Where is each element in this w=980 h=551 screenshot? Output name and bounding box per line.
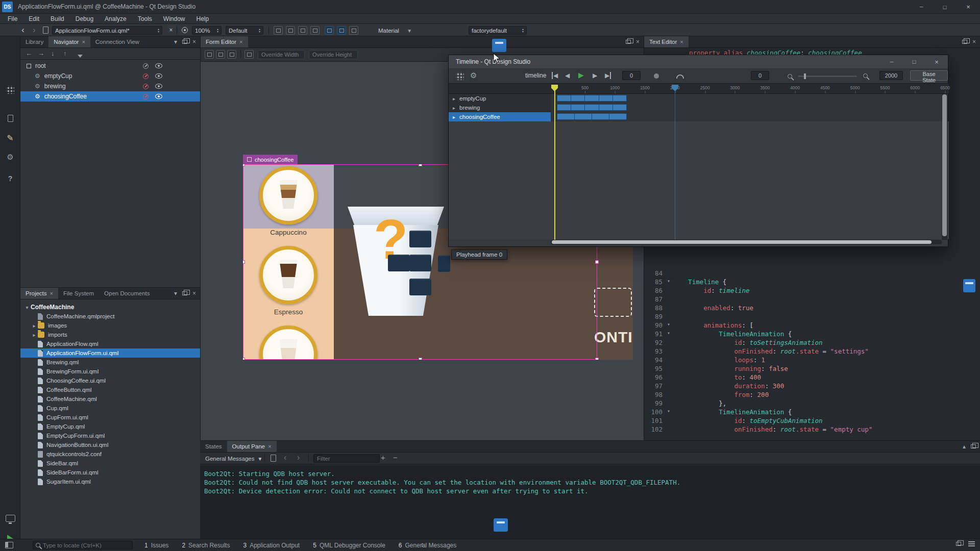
menu-help[interactable]: Help [191,14,215,24]
fold-marker-icon[interactable]: ▾ [665,408,673,417]
chevron-down-icon[interactable] [174,38,177,45]
play-icon[interactable]: ▶ [578,71,584,79]
timeline-settings-icon[interactable] [456,72,464,80]
fold-marker-icon[interactable]: ▾ [665,321,673,330]
minimize-icon[interactable] [880,55,903,68]
close-pane-icon[interactable] [972,38,976,45]
fold-marker-icon[interactable]: ▾ [665,330,673,339]
chevron-right-icon[interactable]: ▸ [453,114,455,120]
document-selector[interactable]: ApplicationFlowForm.ui.qml* [52,26,162,35]
code-line[interactable]: 96 to: 400 [644,373,973,382]
toggle-sidebar-icon[interactable] [5,542,13,548]
export-icon[interactable] [143,94,149,99]
zoom-select[interactable]: 100% [192,26,222,35]
bounding-rect-icon[interactable] [298,26,307,35]
file-item-brewing-qml[interactable]: Brewing.qml [20,358,200,367]
keyframe-segment[interactable] [571,95,585,101]
file-item-cupform-ui-qml[interactable]: CupForm.ui.qml [20,413,200,422]
file-item-choosingcoffee-ui-qml[interactable]: ChoosingCoffee.ui.qml [20,376,200,385]
keyframe-segment[interactable] [609,114,626,119]
forward-icon[interactable] [30,26,39,34]
code-line[interactable]: 95 running: false [644,365,973,373]
stepper-icon[interactable] [158,28,159,33]
splitter-handle[interactable] [494,518,508,532]
skip-to-end-icon[interactable]: ▶ [605,72,611,79]
keyframe-bar[interactable] [557,113,627,120]
code-line[interactable]: 93 onFinished: root.state = "settings" [644,347,973,356]
output-pane-button-1[interactable]: 1Issues [144,542,168,549]
menu-edit[interactable]: Edit [23,14,45,24]
resize-handle[interactable] [243,260,245,264]
resize-handle[interactable] [595,260,599,264]
timeline-ruler[interactable]: 5001000150020002500300035004000450050005… [449,84,949,94]
fold-marker-icon[interactable]: ▾ [665,278,673,287]
close-pane-icon[interactable] [192,290,196,297]
style-select[interactable]: Default [226,26,263,35]
output-pane-button-6[interactable]: 6General Messages [399,542,456,549]
chevron-right-icon[interactable]: ▸ [31,323,38,329]
move-up-icon[interactable] [63,49,67,57]
code-line[interactable]: 89 [644,313,973,321]
zoom-out-icon[interactable] [788,74,792,79]
file-item-navigationbutton-ui-qml[interactable]: NavigationButton.ui.qml [20,440,200,449]
material-select[interactable]: Material [375,26,414,35]
resize-handle[interactable] [419,358,422,360]
chevron-right-icon[interactable]: ▸ [453,105,455,111]
move-back-icon[interactable] [26,49,32,57]
tab-projects[interactable]: Projects× [20,288,58,299]
export-icon[interactable] [143,73,149,79]
live-preview-icon[interactable] [182,27,188,33]
code-line[interactable]: 85▾ Timeline { [644,278,973,287]
no-snapping-icon[interactable] [244,50,254,59]
zoom-slider-handle[interactable] [804,73,806,79]
navigator-item-choosingcoffee[interactable]: ⚙choosingCoffee [20,91,200,102]
code-line[interactable]: 88 enabled: true [644,304,973,313]
code-line[interactable]: 91▾ TimelineAnimation { [644,330,973,339]
file-item-imports[interactable]: ▸imports [20,330,200,339]
show-rulers-icon[interactable] [337,26,346,35]
code-line[interactable]: 101 id: toEmptyCubAnimation [644,417,973,425]
resize-handle[interactable] [419,164,422,166]
override-height-field[interactable] [309,50,358,59]
menu-window[interactable]: Window [158,14,191,24]
stepper-icon[interactable] [217,28,218,33]
tab-close-icon[interactable]: × [50,290,53,296]
navigator-item-brewing[interactable]: ⚙brewing [20,81,200,91]
end-frame-field[interactable]: 2000 [879,71,903,80]
help-icon[interactable] [0,170,20,187]
tab-close-icon[interactable]: × [239,39,242,45]
code-line[interactable]: 98 from: 200 [644,391,973,399]
code-lines[interactable]: 8485▾ Timeline {86 id: timeline8788 enab… [644,269,973,434]
snap-guides-icon[interactable] [286,26,295,35]
keyframe-bar[interactable] [557,95,627,102]
skip-to-start-icon[interactable]: ◀ [552,72,558,79]
menu-tools[interactable]: Tools [132,14,158,24]
back-icon[interactable] [18,26,28,34]
resize-tool-icon[interactable] [227,50,236,59]
menu-analyze[interactable]: Analyze [99,14,132,24]
close-document-icon[interactable] [166,26,176,34]
file-item-brewingform-ui-qml[interactable]: BrewingForm.ui.qml [20,367,200,376]
design-mode-icon[interactable] [0,129,20,146]
chevron-up-icon[interactable] [963,443,966,450]
locate-input[interactable] [43,542,125,548]
tab-navigator[interactable]: Navigator× [48,36,90,47]
menu-build[interactable]: Build [45,14,70,24]
file-item-cup-qml[interactable]: Cup.qml [20,404,200,413]
locate-field[interactable] [33,541,133,549]
zoom-in-icon[interactable] [863,73,868,78]
stepper-icon[interactable] [259,28,260,33]
tab-connection-view[interactable]: Connection View [90,36,144,47]
zoom-slider[interactable] [798,76,857,77]
float-pane-icon[interactable] [962,40,967,44]
output-pane-button-3[interactable]: 3Application Output [243,542,300,549]
scrollbar-thumb[interactable] [552,240,932,244]
console-output[interactable]: Boot2Qt: Starting QDB host server.Boot2Q… [200,465,980,539]
close-icon[interactable] [957,0,980,14]
save-log-icon[interactable] [271,455,276,462]
eye-icon[interactable] [155,84,162,89]
maximize-icon[interactable] [933,0,957,14]
file-item-coffeemachine-qml[interactable]: CoffeeMachine.qml [20,394,200,404]
pane-updown-icon[interactable] [422,542,423,547]
keyframe-segment[interactable] [613,95,626,101]
